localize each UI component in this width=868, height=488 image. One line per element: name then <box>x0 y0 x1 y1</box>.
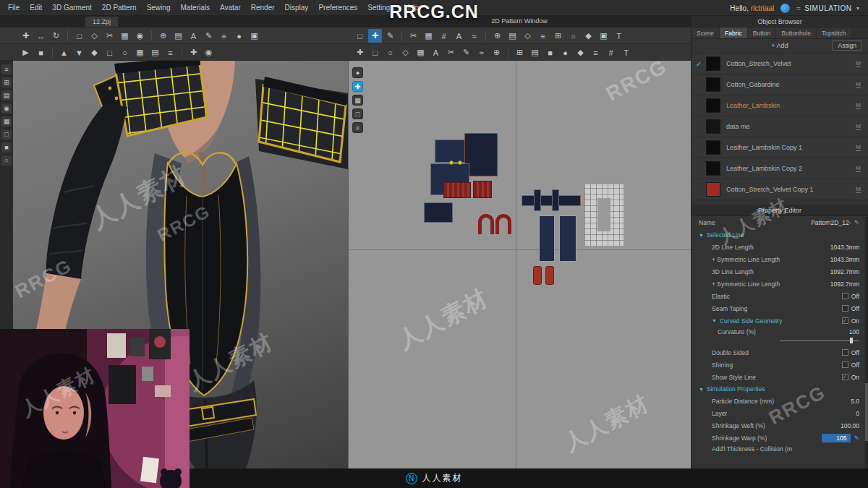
menu-preferences[interactable]: Preferences <box>313 4 362 12</box>
box-tool-icon[interactable]: □ <box>103 46 116 59</box>
dart-tool-icon[interactable]: ◇ <box>399 46 412 59</box>
menu-2d-pattern[interactable]: 2D Pattern <box>97 4 142 12</box>
checkbox[interactable] <box>842 293 848 299</box>
menu-avatar[interactable]: Avatar <box>215 4 246 12</box>
add-pattern-tool-icon[interactable]: ⊕ <box>490 29 504 43</box>
checkbox[interactable] <box>842 361 848 368</box>
edit-pattern-tool-icon[interactable]: ✎ <box>383 29 397 43</box>
property-value[interactable]: 1043.3mm <box>830 256 859 263</box>
object-strip-icon[interactable]: □ <box>1 129 12 140</box>
transform-gizmo-tool-icon[interactable]: ◇ <box>88 29 101 43</box>
fabric-row[interactable]: Cotton_GabardineM <box>692 74 868 95</box>
pan-2d-icon[interactable]: ● <box>352 67 363 78</box>
stack-tool-icon[interactable]: ≡ <box>163 46 177 59</box>
layer-clone-tool-icon[interactable]: ▤ <box>528 46 542 59</box>
property-value[interactable]: 1043.3mm <box>830 244 859 251</box>
trace-cut-tool-icon[interactable]: ✂ <box>444 46 458 59</box>
pattern-piece[interactable] <box>443 182 471 198</box>
hash-tool-icon[interactable]: # <box>604 46 618 59</box>
menu-sewing[interactable]: Sewing <box>142 4 176 12</box>
snap-grid-tool-icon[interactable]: # <box>437 29 451 43</box>
pattern-piece[interactable] <box>533 266 542 285</box>
simulate-play-icon[interactable]: ▶ <box>19 46 33 59</box>
scrollbar-thumb[interactable] <box>865 383 868 441</box>
curvature-slider[interactable] <box>780 338 859 343</box>
slider-handle[interactable] <box>850 338 853 343</box>
text-pattern-tool-icon[interactable]: A <box>429 46 443 59</box>
pattern-piece[interactable] <box>522 195 581 206</box>
arrange-down-icon[interactable]: ▼ <box>72 46 86 59</box>
net-tool-icon[interactable]: ▦ <box>133 46 147 59</box>
fabric-row[interactable]: Leather_Lambskin Copy 2M <box>692 158 868 179</box>
pattern-piece[interactable] <box>435 140 465 163</box>
diamond-tool-icon[interactable]: ◆ <box>574 46 587 59</box>
select-tool-icon[interactable]: ✚ <box>19 29 33 43</box>
trace-tool-icon[interactable]: T <box>612 29 626 43</box>
pattern-piece[interactable] <box>424 202 453 223</box>
pattern-piece[interactable] <box>545 266 554 285</box>
frame-tool-icon[interactable]: ▣ <box>247 29 261 43</box>
fabric-row[interactable]: Leather_Lambskin Copy 1M <box>692 137 868 158</box>
dot-tool-icon[interactable]: ● <box>558 46 572 59</box>
rotate-view-tool-icon[interactable]: ↻ <box>49 29 63 43</box>
solid-tool-icon[interactable]: ■ <box>543 46 557 59</box>
property-value[interactable]: 100.00 <box>841 422 859 429</box>
menu-file[interactable]: File <box>3 4 25 12</box>
fabric-row[interactable]: data meM <box>692 116 868 137</box>
library-strip-icon[interactable]: ▤ <box>1 90 12 100</box>
scissors-tool-icon[interactable]: ✂ <box>103 29 116 43</box>
pattern-piece[interactable] <box>539 215 555 262</box>
mesh-tool-icon[interactable]: ▦ <box>422 29 435 43</box>
checkbox[interactable] <box>842 349 848 356</box>
panel-tool-icon[interactable]: ▤ <box>171 29 185 43</box>
menu-render[interactable]: Render <box>246 4 280 12</box>
polygon-tool-icon[interactable]: ◆ <box>582 29 595 43</box>
menu-materials[interactable]: Materials <box>175 4 215 12</box>
shrinkage-warp-input[interactable]: 105 <box>822 434 851 442</box>
globe-icon[interactable] <box>780 4 790 13</box>
property-value[interactable]: 0 <box>856 410 859 417</box>
menu-strip-icon[interactable]: ≡ <box>1 64 12 74</box>
bounding-tool-icon[interactable]: ▣ <box>597 29 610 43</box>
add-button[interactable]: + Add <box>771 42 788 49</box>
curve-tool-icon[interactable]: ≈ <box>467 29 481 43</box>
fabric-row[interactable]: Cotton_Stretch_Velvet Copy 1M <box>692 179 868 200</box>
checkbox[interactable] <box>842 305 848 312</box>
rows-tool-icon[interactable]: ▤ <box>148 46 162 59</box>
tape-tool-icon[interactable]: T <box>619 46 633 59</box>
tab-buttonhole[interactable]: Buttonhole <box>776 27 817 38</box>
pattern-piece[interactable] <box>559 215 576 262</box>
zoom-2d-icon[interactable]: ✚ <box>352 81 363 92</box>
simulation-mode-selector[interactable]: ≈ SIMULATION ▼ <box>796 4 861 12</box>
move-tool-icon[interactable]: ↔ <box>34 29 48 43</box>
add-strip-icon[interactable]: ⊞ <box>1 77 12 87</box>
menu-help[interactable]: Help <box>399 4 424 12</box>
simulate-stop-icon[interactable]: ■ <box>34 46 48 59</box>
marquee-select-tool-icon[interactable]: □ <box>72 29 86 43</box>
edit-icon[interactable]: ✎ <box>854 435 859 442</box>
pattern-piece[interactable] <box>478 214 494 234</box>
select-pattern-tool-icon[interactable]: □ <box>353 29 367 43</box>
pattern-button[interactable] <box>449 160 454 165</box>
material-strip-icon[interactable]: ■ <box>1 142 12 153</box>
avatar-strip-icon[interactable]: ◉ <box>1 103 12 114</box>
tab-topstitch[interactable]: Topstitch <box>817 27 852 38</box>
box-2d-icon[interactable]: □ <box>352 108 363 119</box>
property-value[interactable]: 5.0 <box>851 398 859 405</box>
tab-button[interactable]: Button <box>748 27 777 38</box>
property-value[interactable]: 1092.7mm <box>830 268 859 275</box>
pattern-piece[interactable] <box>534 189 541 211</box>
pen-tool-icon[interactable]: ✎ <box>202 29 216 43</box>
checkbox[interactable]: ✓ <box>842 317 848 324</box>
text-2d-tool-icon[interactable]: A <box>452 29 466 43</box>
greeting-username[interactable]: rlctriaal <box>751 4 774 12</box>
property-section[interactable]: ▼Selected Line <box>692 229 868 241</box>
file-tab[interactable]: 12.Zpj <box>85 17 118 27</box>
tab-fabric[interactable]: Fabric <box>720 27 748 38</box>
record-tool-icon[interactable]: ◉ <box>202 46 216 59</box>
circle-pattern-tool-icon[interactable]: ○ <box>383 46 397 59</box>
menu-settings[interactable]: Settings <box>362 4 399 12</box>
layers-tool-icon[interactable]: ▤ <box>506 29 519 43</box>
pin-tool-icon[interactable]: ◉ <box>133 29 147 43</box>
internal-grid-tool-icon[interactable]: ▦ <box>414 46 427 59</box>
